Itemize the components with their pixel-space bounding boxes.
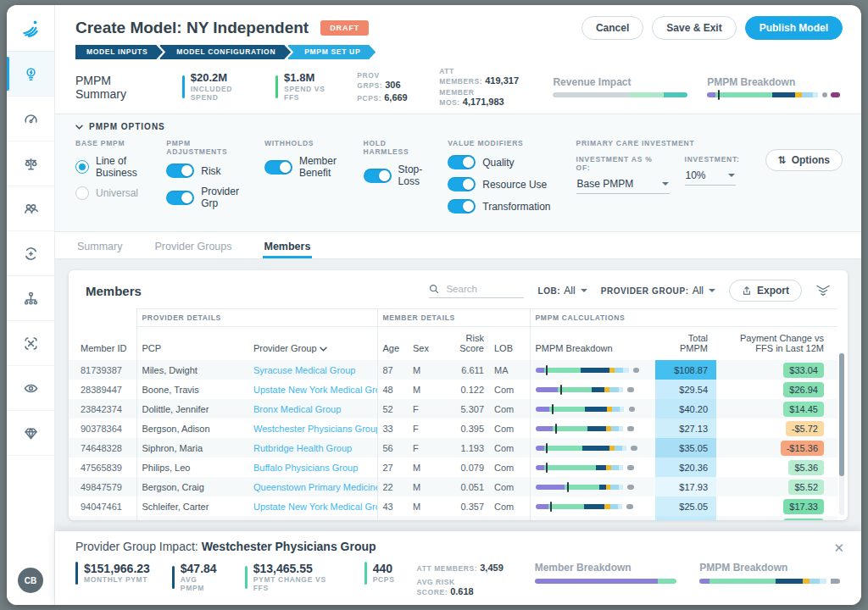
toggle-resource-use[interactable]: Resource Use (448, 177, 550, 191)
member-id-cell: 47565839 (69, 458, 136, 477)
col-payment-change[interactable]: Payment Change vs FFS in Last 12M (716, 327, 837, 361)
pcp-cell: Philips, Leo (136, 458, 248, 477)
col-provider-group[interactable]: Provider Group (248, 327, 377, 361)
eye-icon (23, 380, 39, 396)
tab-summary[interactable]: Summary (75, 237, 124, 258)
filter-icon[interactable] (815, 285, 831, 297)
table-row[interactable]: 94047461Schleifer, CarterUpstate New Yor… (69, 496, 837, 516)
risk-score-cell: 0.122 (440, 380, 489, 399)
toggle-quality[interactable]: Quality (448, 155, 550, 169)
sidebar-item-premium[interactable] (7, 411, 54, 456)
col-total-pmpm[interactable]: Total PMPM (655, 327, 716, 361)
chart-title: PMPM Breakdown (707, 76, 843, 88)
lob-cell: Com (489, 399, 530, 419)
base-tick-marker (718, 90, 720, 100)
col-risk-score[interactable]: Risk Score (440, 327, 489, 361)
col-age[interactable]: Age (377, 327, 408, 361)
breadcrumb-step[interactable]: MODEL CONFIGURATION (159, 45, 291, 59)
table-row[interactable]: 90378364Bergson, AdisonWestchester Physi… (69, 419, 837, 438)
toggle-stop-loss[interactable]: Stop-Loss (364, 164, 423, 187)
table-row[interactable]: 81739387Miles, DwightSyracuse Medical Gr… (69, 360, 837, 380)
chevron-down-icon (581, 289, 587, 292)
investment-as-pct-select[interactable]: Base PMPM (576, 176, 670, 194)
tab-provider-groups[interactable]: Provider Groups (153, 237, 233, 258)
draft-badge: DRAFT (320, 20, 369, 36)
toggle-icon[interactable] (166, 164, 194, 178)
sidebar-item-insights[interactable] (7, 52, 54, 97)
table-row[interactable]: 74648328Siphron, MariaRutbridge Health G… (69, 438, 837, 458)
page-title: Create Model: NY Independent (75, 19, 309, 37)
table-row[interactable]: 23842374Dolittle, JenniferBronx Medical … (69, 399, 837, 419)
provider-group-link[interactable]: Queenstown Primary Medicine (253, 482, 377, 492)
radio-icon[interactable] (75, 186, 89, 200)
col-pcp[interactable]: PCP (136, 327, 248, 361)
stat-value: $1.8M (284, 72, 338, 85)
table-row[interactable]: 28389447Boone, TravisUpstate New York Me… (69, 380, 837, 399)
sidebar-item-metrics[interactable] (7, 97, 54, 141)
table-row[interactable]: 18747493Geidt, DesiraeCentral New York H… (69, 516, 837, 520)
toggle-member-benefit[interactable]: Member Benefit (264, 155, 338, 179)
stat-label: INCLUDED SPEND (191, 85, 258, 102)
sidebar-item-members[interactable] (7, 186, 54, 231)
col-member-id[interactable]: Member ID (69, 327, 136, 361)
sidebar-item-balance[interactable] (7, 141, 54, 186)
provider-group-cell: Upstate New York Medical Group (248, 496, 377, 516)
sidebar-item-drone[interactable] (7, 321, 54, 366)
risk-score-cell: 0.395 (440, 419, 489, 438)
toggle-icon[interactable] (364, 169, 392, 183)
search-input[interactable] (444, 283, 524, 295)
table-row[interactable]: 49847579Bergson, CraigQueenstown Primary… (69, 477, 837, 496)
pmpm-options-panel: PMPM OPTIONS BASE PMPM Line of Business … (55, 114, 861, 232)
sidebar-item-hierarchy[interactable] (7, 276, 54, 321)
scrollbar-thumb[interactable] (839, 353, 844, 476)
member-id-cell: 81739387 (69, 360, 136, 380)
stacked-bar (707, 92, 843, 97)
toggle-provider-grp[interactable]: Provider Grp (166, 186, 239, 209)
provider-group-link[interactable]: Westchester Physicians Group (253, 424, 377, 434)
payment-change-cell: -$15.36 (716, 438, 837, 458)
total-pmpm-cell: $108.87 (655, 360, 716, 380)
radio-line-of-business[interactable]: Line of Business (75, 155, 141, 179)
export-button[interactable]: Export (729, 280, 802, 302)
app-logo[interactable] (7, 5, 54, 52)
provider-group-link[interactable]: Upstate New York Medical Group (253, 385, 377, 395)
toggle-icon[interactable] (448, 177, 476, 191)
toggle-icon[interactable] (448, 199, 476, 214)
toggle-icon[interactable] (166, 191, 194, 205)
sidebar-item-renewal[interactable] (7, 231, 54, 276)
table-scrollbar[interactable] (839, 352, 844, 515)
col-pmpm-breakdown[interactable]: PMPM Breakdown (530, 327, 655, 361)
export-icon (742, 286, 752, 296)
breadcrumb-step[interactable]: PMPM SET UP (287, 45, 376, 59)
investment-pct-select[interactable]: 10% (685, 168, 736, 186)
col-lob[interactable]: LOB (489, 327, 530, 361)
age-cell: 87 (377, 360, 408, 380)
lob-filter[interactable]: LOB:All (537, 285, 587, 297)
close-icon[interactable]: ✕ (833, 541, 844, 554)
options-button[interactable]: ⇅ Options (765, 149, 843, 171)
tab-members[interactable]: Members (263, 237, 313, 258)
toggle-icon[interactable] (264, 160, 292, 175)
table-row[interactable]: 47565839Philips, LeoBuffalo Physicians G… (69, 458, 837, 477)
provider-group-link[interactable]: Rutbridge Health Group (253, 443, 352, 453)
provider-group-link[interactable]: Syracuse Medical Group (253, 365, 355, 375)
breadcrumb-step[interactable]: MODEL INPUTS (75, 45, 163, 59)
user-avatar[interactable]: CB (18, 568, 43, 593)
col-sex[interactable]: Sex (408, 327, 440, 361)
provider-group-link[interactable]: Buffalo Physicians Group (253, 463, 358, 473)
provider-group-filter[interactable]: PROVIDER GROUP:All (601, 285, 715, 297)
member-id-cell: 49847579 (69, 477, 136, 496)
radio-icon[interactable] (75, 160, 89, 174)
publish-model-button[interactable]: Publish Model (745, 16, 843, 40)
radio-universal[interactable]: Universal (75, 186, 141, 200)
sidebar-item-visibility[interactable] (7, 366, 54, 411)
pmpm-options-toggle[interactable]: PMPM OPTIONS (75, 122, 843, 131)
toggle-risk[interactable]: Risk (166, 164, 239, 178)
toggle-icon[interactable] (448, 155, 476, 169)
provider-group-link[interactable]: Upstate New York Medical Group (253, 502, 377, 512)
save-exit-button[interactable]: Save & Exit (652, 16, 736, 40)
stat-value: $20.2M (191, 72, 258, 85)
cancel-button[interactable]: Cancel (581, 16, 643, 40)
provider-group-link[interactable]: Bronx Medical Group (253, 404, 341, 414)
toggle-transformation[interactable]: Transformation (448, 199, 550, 214)
